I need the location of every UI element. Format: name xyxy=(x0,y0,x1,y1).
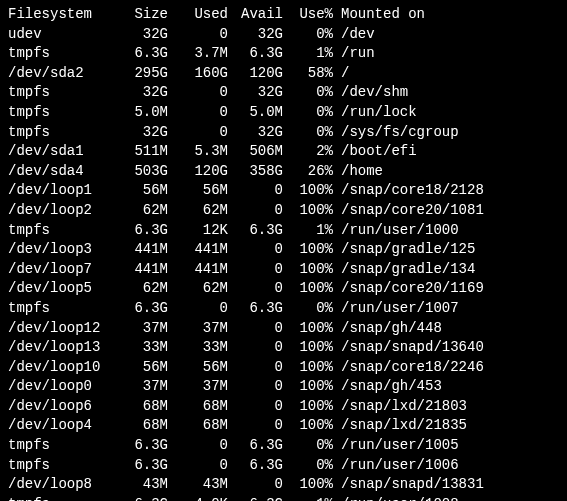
cell-used: 441M xyxy=(168,260,228,280)
cell-mount: /run/lock xyxy=(333,103,559,123)
cell-usep: 0% xyxy=(283,25,333,45)
cell-used: 37M xyxy=(168,377,228,397)
cell-size: 43M xyxy=(108,475,168,495)
col-filesystem: Filesystem xyxy=(8,5,108,25)
cell-mount: /snap/lxd/21803 xyxy=(333,397,559,417)
cell-avail: 32G xyxy=(228,83,283,103)
cell-mount: /run/user/1008 xyxy=(333,495,559,501)
cell-mount: /snap/snapd/13831 xyxy=(333,475,559,495)
cell-usep: 100% xyxy=(283,397,333,417)
col-used: Used xyxy=(168,5,228,25)
cell-mount: /sys/fs/cgroup xyxy=(333,123,559,143)
cell-size: 511M xyxy=(108,142,168,162)
cell-filesystem: /dev/loop0 xyxy=(8,377,108,397)
cell-filesystem: /dev/sda4 xyxy=(8,162,108,182)
cell-usep: 0% xyxy=(283,436,333,456)
cell-usep: 0% xyxy=(283,299,333,319)
df-row: /dev/loop668M68M0100%/snap/lxd/21803 xyxy=(8,397,559,417)
cell-mount: /boot/efi xyxy=(333,142,559,162)
df-row: /dev/loop843M43M0100%/snap/snapd/13831 xyxy=(8,475,559,495)
df-row: tmpfs6.3G12K6.3G1%/run/user/1000 xyxy=(8,221,559,241)
col-mounted: Mounted on xyxy=(333,5,559,25)
cell-avail: 6.3G xyxy=(228,299,283,319)
cell-usep: 1% xyxy=(283,221,333,241)
cell-used: 5.3M xyxy=(168,142,228,162)
cell-size: 33M xyxy=(108,338,168,358)
cell-size: 37M xyxy=(108,319,168,339)
cell-filesystem: tmpfs xyxy=(8,436,108,456)
cell-avail: 6.3G xyxy=(228,436,283,456)
cell-usep: 100% xyxy=(283,201,333,221)
cell-avail: 6.3G xyxy=(228,495,283,501)
cell-avail: 32G xyxy=(228,25,283,45)
cell-used: 0 xyxy=(168,103,228,123)
cell-avail: 506M xyxy=(228,142,283,162)
cell-avail: 0 xyxy=(228,377,283,397)
cell-used: 160G xyxy=(168,64,228,84)
df-header-row: Filesystem Size Used Avail Use% Mounted … xyxy=(8,5,559,25)
cell-size: 62M xyxy=(108,201,168,221)
cell-mount: /snap/gradle/134 xyxy=(333,260,559,280)
cell-filesystem: tmpfs xyxy=(8,83,108,103)
cell-mount: /snap/gh/448 xyxy=(333,319,559,339)
cell-size: 295G xyxy=(108,64,168,84)
cell-size: 62M xyxy=(108,279,168,299)
cell-mount: /snap/snapd/13640 xyxy=(333,338,559,358)
cell-size: 503G xyxy=(108,162,168,182)
cell-mount: /snap/core18/2128 xyxy=(333,181,559,201)
cell-usep: 1% xyxy=(283,44,333,64)
cell-filesystem: /dev/sda2 xyxy=(8,64,108,84)
cell-used: 441M xyxy=(168,240,228,260)
cell-mount: /dev xyxy=(333,25,559,45)
df-row: /dev/loop1056M56M0100%/snap/core18/2246 xyxy=(8,358,559,378)
cell-usep: 100% xyxy=(283,358,333,378)
cell-size: 5.0M xyxy=(108,103,168,123)
cell-usep: 0% xyxy=(283,83,333,103)
df-row: tmpfs6.3G3.7M6.3G1%/run xyxy=(8,44,559,64)
cell-avail: 0 xyxy=(228,397,283,417)
cell-avail: 5.0M xyxy=(228,103,283,123)
cell-mount: /run/user/1006 xyxy=(333,456,559,476)
cell-used: 62M xyxy=(168,201,228,221)
cell-mount: /snap/core20/1081 xyxy=(333,201,559,221)
cell-avail: 0 xyxy=(228,416,283,436)
df-row: tmpfs32G032G0%/sys/fs/cgroup xyxy=(8,123,559,143)
df-row: /dev/loop7441M441M0100%/snap/gradle/134 xyxy=(8,260,559,280)
cell-avail: 0 xyxy=(228,181,283,201)
cell-used: 12K xyxy=(168,221,228,241)
df-row: /dev/loop562M62M0100%/snap/core20/1169 xyxy=(8,279,559,299)
df-row: /dev/loop262M62M0100%/snap/core20/1081 xyxy=(8,201,559,221)
cell-size: 37M xyxy=(108,377,168,397)
df-row: /dev/sda4503G120G358G26%/home xyxy=(8,162,559,182)
cell-size: 6.3G xyxy=(108,44,168,64)
cell-used: 0 xyxy=(168,456,228,476)
cell-filesystem: tmpfs xyxy=(8,103,108,123)
cell-size: 32G xyxy=(108,25,168,45)
cell-mount: /snap/gradle/125 xyxy=(333,240,559,260)
cell-avail: 0 xyxy=(228,201,283,221)
cell-size: 56M xyxy=(108,358,168,378)
cell-used: 33M xyxy=(168,338,228,358)
cell-mount: /run/user/1005 xyxy=(333,436,559,456)
df-row: udev32G032G0%/dev xyxy=(8,25,559,45)
cell-used: 4.0K xyxy=(168,495,228,501)
cell-filesystem: /dev/loop3 xyxy=(8,240,108,260)
cell-filesystem: /dev/loop7 xyxy=(8,260,108,280)
cell-avail: 6.3G xyxy=(228,221,283,241)
cell-filesystem: udev xyxy=(8,25,108,45)
cell-usep: 100% xyxy=(283,377,333,397)
df-row: /dev/loop1237M37M0100%/snap/gh/448 xyxy=(8,319,559,339)
cell-mount: /snap/core18/2246 xyxy=(333,358,559,378)
cell-filesystem: /dev/loop5 xyxy=(8,279,108,299)
cell-avail: 0 xyxy=(228,358,283,378)
cell-mount: /dev/shm xyxy=(333,83,559,103)
cell-filesystem: tmpfs xyxy=(8,221,108,241)
cell-size: 6.3G xyxy=(108,299,168,319)
cell-size: 441M xyxy=(108,240,168,260)
cell-filesystem: tmpfs xyxy=(8,123,108,143)
cell-filesystem: tmpfs xyxy=(8,456,108,476)
cell-filesystem: /dev/loop1 xyxy=(8,181,108,201)
cell-used: 68M xyxy=(168,397,228,417)
cell-avail: 6.3G xyxy=(228,456,283,476)
cell-used: 120G xyxy=(168,162,228,182)
